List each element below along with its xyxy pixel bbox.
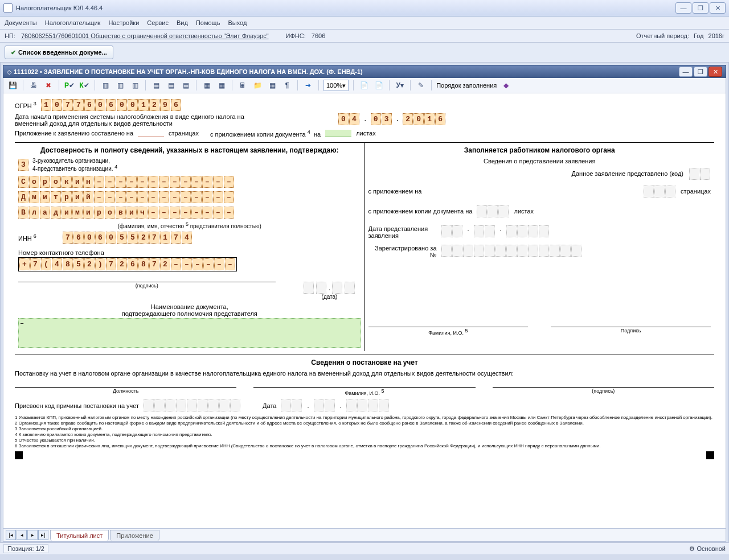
np-label: НП: — [5, 32, 15, 39]
firstname-field[interactable]: Дмитрий––––––––––––– — [18, 191, 235, 203]
save-icon[interactable]: 💾 — [7, 80, 18, 91]
tool-c-icon[interactable]: ▥ — [129, 80, 141, 91]
tool-e-icon[interactable]: ▤ — [165, 80, 177, 91]
period-year[interactable]: 2016г — [708, 32, 724, 39]
top-toolstrip: ✔ Список введенных докуме... — [0, 43, 729, 63]
mode-icon: ⚙ — [689, 545, 695, 553]
export-icon[interactable]: 📄 — [358, 80, 370, 91]
document-title: 1111022 • ЗАЯВЛЕНИЕ О ПОСТАНОВКЕ НА УЧЕТ… — [14, 68, 363, 75]
tool-h-icon[interactable]: ▦ — [216, 80, 227, 91]
tool-b-icon[interactable]: ▥ — [114, 80, 126, 91]
doc-minimize-button[interactable]: — — [679, 67, 693, 77]
confirmation-section: Достоверность и полноту сведений, указан… — [15, 143, 365, 352]
marker-icon — [15, 451, 23, 459]
right-header: Заполняется работником налогового органа — [368, 146, 711, 154]
menu-view[interactable]: Вид — [177, 19, 188, 26]
start-date-row: Дата начала применения системы налогообл… — [15, 113, 714, 127]
official-section: Заполняется работником налогового органа… — [365, 143, 715, 352]
menu-taxpayer[interactable]: Налогоплательщик — [45, 19, 101, 26]
phone-field[interactable]: +7(4852)726872–––––– — [18, 257, 237, 271]
marker-icon — [706, 451, 714, 459]
window-titlebar: Налогоплательщик ЮЛ 4.46.4 — ❐ ✕ — [0, 0, 729, 17]
document-body[interactable]: ОГРН 3 1077606001296 Дата начала примене… — [3, 93, 726, 529]
registration-section: Сведения о постановке на учет Постановку… — [15, 355, 714, 460]
sheet-tabs: |◂ ◂ ▸ ▸| Титульный лист Приложение — [3, 529, 726, 542]
import-icon[interactable]: 📄 — [373, 80, 384, 91]
menubar: Документы Налогоплательщик Настройки Сер… — [0, 17, 729, 30]
infobar: НП: 7606062551/760601001 Общество с огра… — [0, 30, 729, 43]
nav-last-button[interactable]: ▸| — [38, 530, 48, 540]
position-indicator: Позиция: 1/2 — [3, 544, 48, 553]
nav-first-button[interactable]: |◂ — [6, 530, 16, 540]
period-kind[interactable]: Год — [694, 32, 704, 39]
pages-field[interactable] — [138, 130, 164, 137]
document-toolbar: 💾 🖶 ✖ Р✔ К✔ ▥ ▥ ▥ ▤ ▤ ▤ ▦ ▦ 🖩 📁 ▦ ¶ ➔ 10… — [3, 78, 726, 93]
np-link[interactable]: 7606062551/760601001 Общество с ограниче… — [21, 32, 269, 39]
footnotes: 1 Указывается КПП, присвоенный налоговым… — [15, 415, 714, 449]
period-label: Отчетный период: — [636, 32, 689, 39]
mode-label: Основной — [697, 545, 726, 552]
tool-g-icon[interactable]: ▦ — [201, 80, 212, 91]
menu-exit[interactable]: Выход — [228, 19, 247, 26]
underline-icon[interactable]: У▾ — [394, 80, 406, 91]
date-day-field[interactable]: 04 — [338, 113, 360, 125]
folder-icon[interactable]: 📁 — [252, 80, 263, 91]
document-name-field[interactable]: – — [18, 318, 361, 348]
inn-field[interactable]: 760605527174 — [63, 232, 193, 244]
arrow-right-icon[interactable]: ➔ — [302, 80, 314, 91]
app-icon — [3, 3, 13, 13]
menu-service[interactable]: Сервис — [147, 19, 169, 26]
order-button[interactable]: Порядок заполнения — [436, 82, 497, 89]
delete-icon[interactable]: ✖ — [43, 80, 54, 91]
nav-next-button[interactable]: ▸ — [27, 530, 38, 540]
patronymic-field[interactable]: Владимирович–––––––– — [18, 207, 235, 219]
document-titlebar: ◇ 1111022 • ЗАЯВЛЕНИЕ О ПОСТАНОВКЕ НА УЧ… — [3, 65, 726, 78]
maximize-button[interactable]: ❐ — [693, 2, 708, 14]
calendar-icon[interactable]: ▦ — [267, 80, 278, 91]
print-icon[interactable]: 🖶 — [28, 80, 39, 91]
app-title: Налогоплательщик ЮЛ 4.46.4 — [16, 5, 103, 11]
help-book-icon[interactable]: ◆ — [500, 80, 511, 91]
tool-a-icon[interactable]: ▥ — [100, 80, 111, 91]
check-k-icon[interactable]: К✔ — [79, 80, 90, 91]
menu-settings[interactable]: Настройки — [108, 19, 139, 26]
zoom-select[interactable]: 100% ▾ — [323, 80, 349, 91]
signature-line: (подпись) — [18, 282, 276, 289]
menu-documents[interactable]: Документы — [5, 19, 37, 26]
nav-prev-button[interactable]: ◂ — [17, 530, 27, 540]
left-header: Достоверность и полноту сведений, указан… — [18, 146, 361, 154]
ifns-label: ИФНС: — [286, 32, 306, 39]
tool-f-icon[interactable]: ▤ — [180, 80, 191, 91]
pilcrow-icon[interactable]: ¶ — [281, 80, 293, 91]
ogrn-field[interactable]: 1077606001296 — [41, 99, 182, 111]
doc-restore-button[interactable]: ❐ — [694, 67, 707, 77]
date-year-field[interactable]: 2016 — [403, 113, 446, 125]
statusbar: Позиция: 1/2 ⚙ Основной — [0, 542, 729, 554]
tool-d-icon[interactable]: ▤ — [150, 80, 162, 91]
ifns-value: 7606 — [312, 32, 325, 39]
minimize-button[interactable]: — — [675, 2, 691, 14]
surname-field[interactable]: Сорокин––––––––––––– — [18, 176, 235, 188]
wand-icon[interactable]: ✎ — [415, 80, 427, 91]
start-date-label: Дата начала применения системы налогообл… — [15, 113, 254, 127]
menu-help[interactable]: Помощь — [196, 19, 220, 26]
close-button[interactable]: ✕ — [710, 2, 726, 14]
phone-label: Номер контактного телефона — [18, 249, 361, 256]
check-icon: ✔ — [11, 49, 16, 56]
attachment-row: Приложение к заявлению составлено на стр… — [15, 129, 714, 138]
doc-icon: ◇ — [7, 68, 11, 76]
mdi-container: ◇ 1111022 • ЗАЯВЛЕНИЕ О ПОСТАНОВКЕ НА УЧ… — [0, 63, 729, 542]
tab-attachment[interactable]: Приложение — [110, 530, 159, 541]
tab-title-page[interactable]: Титульный лист — [50, 530, 109, 541]
date-month-field[interactable]: 03 — [371, 113, 392, 125]
calc-icon[interactable]: 🖩 — [237, 80, 248, 91]
ogrn-row: ОГРН 3 1077606001296 — [15, 99, 714, 111]
documents-list-button[interactable]: ✔ Список введенных докуме... — [5, 46, 113, 59]
sheets-field[interactable] — [325, 130, 351, 137]
role-code-field[interactable]: 3 — [18, 159, 28, 171]
check-r-icon[interactable]: Р✔ — [64, 80, 75, 91]
doc-close-button[interactable]: ✕ — [708, 67, 722, 77]
